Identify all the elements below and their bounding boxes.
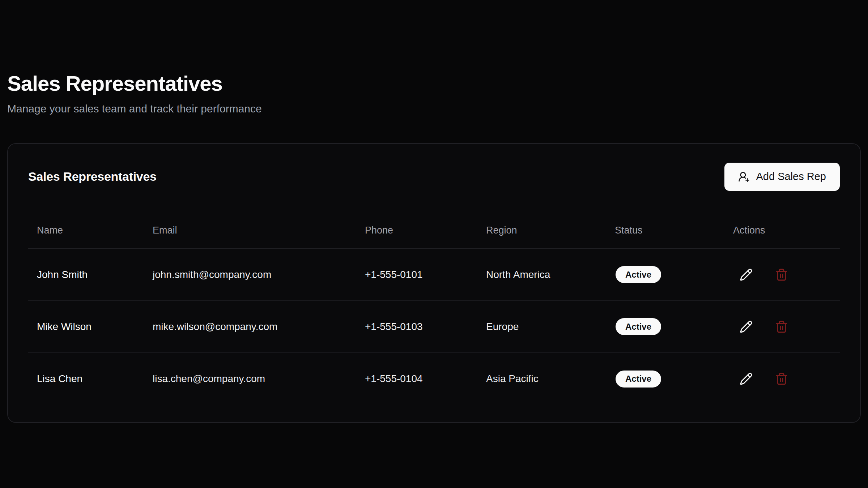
trash-icon bbox=[775, 372, 788, 385]
status-badge: Active bbox=[616, 266, 661, 283]
table-row: Lisa Chen lisa.chen@company.com +1-555-0… bbox=[28, 353, 840, 405]
cell-email: lisa.chen@company.com bbox=[144, 353, 356, 405]
cell-name: Mike Wilson bbox=[28, 301, 144, 353]
delete-button[interactable] bbox=[769, 366, 795, 392]
cell-email: john.smith@company.com bbox=[144, 249, 356, 301]
pencil-icon bbox=[740, 320, 753, 333]
cell-actions bbox=[724, 301, 840, 353]
cell-actions bbox=[724, 249, 840, 301]
cell-region: Europe bbox=[477, 301, 606, 353]
cell-status: Active bbox=[606, 353, 724, 405]
column-header-region: Region bbox=[477, 191, 606, 249]
edit-button[interactable] bbox=[733, 366, 759, 392]
cell-name: John Smith bbox=[28, 249, 144, 301]
table-header-row: Name Email Phone Region Status Actions bbox=[28, 191, 840, 249]
cell-name: Lisa Chen bbox=[28, 353, 144, 405]
cell-actions bbox=[724, 353, 840, 405]
delete-button[interactable] bbox=[769, 262, 795, 288]
trash-icon bbox=[775, 268, 788, 281]
pencil-icon bbox=[740, 268, 753, 281]
status-badge: Active bbox=[616, 318, 661, 335]
card-title: Sales Representatives bbox=[28, 170, 157, 184]
pencil-icon bbox=[740, 372, 753, 385]
table-row: John Smith john.smith@company.com +1-555… bbox=[28, 249, 840, 301]
page: Sales Representatives Manage your sales … bbox=[0, 0, 868, 488]
cell-region: Asia Pacific bbox=[477, 353, 606, 405]
add-sales-rep-label: Add Sales Rep bbox=[756, 171, 826, 183]
cell-region: North America bbox=[477, 249, 606, 301]
page-title: Sales Representatives bbox=[7, 0, 861, 96]
column-header-email: Email bbox=[144, 191, 356, 249]
card-header: Sales Representatives Add Sales Rep bbox=[28, 163, 840, 191]
cell-status: Active bbox=[606, 249, 724, 301]
cell-phone: +1-555-0103 bbox=[356, 301, 477, 353]
column-header-actions: Actions bbox=[724, 191, 840, 249]
cell-email: mike.wilson@company.com bbox=[144, 301, 356, 353]
cell-phone: +1-555-0101 bbox=[356, 249, 477, 301]
sales-reps-table: Name Email Phone Region Status Actions J… bbox=[28, 191, 840, 405]
edit-button[interactable] bbox=[733, 314, 759, 340]
status-badge: Active bbox=[616, 371, 661, 388]
cell-phone: +1-555-0104 bbox=[356, 353, 477, 405]
delete-button[interactable] bbox=[769, 314, 795, 340]
column-header-phone: Phone bbox=[356, 191, 477, 249]
user-plus-icon bbox=[738, 171, 750, 183]
cell-status: Active bbox=[606, 301, 724, 353]
column-header-name: Name bbox=[28, 191, 144, 249]
table-row: Mike Wilson mike.wilson@company.com +1-5… bbox=[28, 301, 840, 353]
sales-reps-card: Sales Representatives Add Sales Rep Name… bbox=[7, 143, 861, 423]
column-header-status: Status bbox=[606, 191, 724, 249]
page-subtitle: Manage your sales team and track their p… bbox=[7, 102, 861, 116]
trash-icon bbox=[775, 320, 788, 333]
add-sales-rep-button[interactable]: Add Sales Rep bbox=[724, 163, 840, 191]
edit-button[interactable] bbox=[733, 262, 759, 288]
